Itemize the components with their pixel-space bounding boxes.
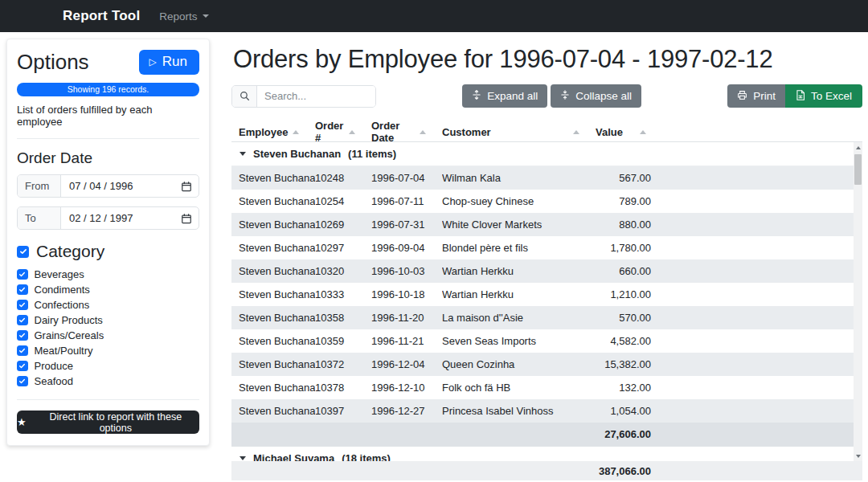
cell-employee: Steven Buchanan [239,288,315,300]
app-brand[interactable]: Report Tool [63,8,140,24]
print-button[interactable]: Print [727,84,785,108]
cell-employee: Steven Buchanan [239,242,315,254]
column-label: Order # [315,120,349,144]
divider [17,399,199,400]
cell-order-date: 1996-07-31 [371,219,442,231]
sort-arrow-icon[interactable] [349,130,355,134]
print-label: Print [753,90,776,102]
sort-arrow-icon[interactable] [573,130,579,134]
category-checkbox-item[interactable]: Confections [17,297,199,312]
nav-reports-menu[interactable]: Reports [159,10,208,22]
direct-link-label: Direct link to report with these options [32,411,199,434]
table-row[interactable]: Steven Buchanan 10254 1996-07-11 Chop-su… [231,190,854,213]
scrollbar-thumb[interactable] [854,154,862,185]
scroll-up-button[interactable] [854,142,862,153]
scroll-down-button[interactable] [854,451,862,461]
main-content: Orders by Employee for 1996-07-04 - 1997… [217,32,868,482]
cell-value: 570.00 [596,312,651,324]
category-checkbox-item[interactable]: Produce [17,358,199,374]
subtotal-value: 27,606.00 [596,428,651,440]
table-row[interactable]: Steven Buchanan 10397 1996-12-27 Princes… [231,399,854,423]
collapse-all-button[interactable]: Collapse all [551,84,641,108]
group-header-row[interactable]: Steven Buchanan (11 items) [231,142,854,166]
category-item-label: Confections [35,299,90,311]
table-row[interactable]: Steven Buchanan 10248 1996-07-04 Wilman … [231,166,854,190]
cell-employee: Steven Buchanan [239,219,315,231]
table-row[interactable]: Steven Buchanan 10269 1996-07-31 White C… [231,213,854,236]
category-checkbox-item[interactable]: Seafood [17,374,199,389]
checkbox-checked-icon[interactable] [17,315,28,326]
group-name: Michael Suyama [253,452,334,462]
caret-down-icon[interactable] [240,456,246,460]
date-to-value[interactable]: 02 / 12 / 1997 [61,207,181,229]
checkbox-checked-icon[interactable] [17,269,28,280]
search-group [231,85,376,108]
cell-customer: Folk och fä HB [442,382,596,394]
table-row[interactable]: Steven Buchanan 10358 1996-11-20 La mais… [231,306,854,329]
cell-customer: Wartian Herkku [442,265,596,277]
category-checkbox-item[interactable]: Dairy Products [17,312,199,328]
cell-employee: Steven Buchanan [239,405,315,417]
cell-value: 1,780.00 [596,242,651,254]
checkbox-checked-icon[interactable] [17,345,28,357]
table-row[interactable]: Steven Buchanan 10372 1996-12-04 Queen C… [231,353,854,376]
calendar-icon[interactable] [181,175,199,197]
nav-reports-label: Reports [159,10,197,22]
column-header-order[interactable]: Order # [315,120,371,144]
arrows-collapse-icon [560,90,570,102]
cell-value: 660.00 [596,265,651,277]
direct-link-button[interactable]: ★ Direct link to report with these optio… [17,411,199,434]
checkbox-checked-icon[interactable] [17,376,28,387]
date-from-field[interactable]: From 07 / 04 / 1996 [17,174,199,198]
expand-all-button[interactable]: Expand all [462,84,547,108]
to-excel-button[interactable]: To Excel [785,84,862,108]
table-row[interactable]: Steven Buchanan 10297 1996-09-04 Blondel… [231,236,854,259]
column-header-order-date[interactable]: Order Date [371,120,442,144]
cell-order-date: 1996-07-04 [371,172,442,184]
date-from-value[interactable]: 07 / 04 / 1996 [61,175,181,197]
table-row[interactable]: Steven Buchanan 10333 1996-10-18 Wartian… [231,283,854,306]
category-item-label: Produce [35,360,73,372]
category-checkbox-item[interactable]: Condiments [17,282,199,297]
table-row[interactable]: Steven Buchanan 10378 1996-12-10 Folk oc… [231,376,854,399]
table-row[interactable]: Steven Buchanan 10359 1996-11-21 Seven S… [231,329,854,353]
search-input[interactable] [257,86,375,107]
checkbox-checked-icon[interactable] [17,330,28,341]
cell-order-date: 1996-11-21 [371,335,442,347]
divider [17,138,199,139]
category-checkbox-item[interactable]: Beverages [17,267,199,282]
category-item-label: Condiments [35,284,90,296]
vertical-scrollbar[interactable] [854,142,862,461]
navbar: Report Tool Reports [0,0,868,32]
cell-customer: Blondel père et fils [442,242,596,254]
column-header-customer[interactable]: Customer [442,126,596,138]
grand-total-row: 387,066.00 [231,461,862,480]
sort-arrow-icon[interactable] [640,130,646,134]
date-to-field[interactable]: To 02 / 12 / 1997 [17,206,199,230]
group-header-row[interactable]: Michael Suyama (18 items) [231,446,854,461]
column-header-employee[interactable]: Employee [239,126,315,138]
cell-customer: Princesa Isabel Vinhoss [442,405,596,417]
category-checkbox-item[interactable]: Meat/Poultry [17,343,199,358]
caret-down-icon[interactable] [240,152,246,156]
sort-arrow-icon[interactable] [293,130,299,134]
category-all-checkbox[interactable] [17,246,29,258]
checkbox-checked-icon[interactable] [17,284,28,296]
cell-order-date: 1996-12-04 [371,358,442,370]
group-item-count: (18 items) [342,452,391,462]
chevron-down-icon [203,14,209,18]
category-checkbox-item[interactable]: Grains/Cereals [17,328,199,343]
cell-customer: Queen Cozinha [442,358,596,370]
cell-customer: La maison d''Asie [442,312,596,324]
sort-arrow-icon[interactable] [420,130,426,134]
run-button[interactable]: ▷ Run [139,50,199,75]
page-title: Orders by Employee for 1996-07-04 - 1997… [233,45,862,74]
cell-order-date: 1996-09-04 [371,242,442,254]
table-header: Employee Order # Order Date Customer Val… [231,120,862,142]
checkbox-checked-icon[interactable] [17,361,28,372]
column-header-value[interactable]: Value [596,126,651,138]
date-from-label: From [18,175,61,197]
calendar-icon[interactable] [181,207,199,229]
checkbox-checked-icon[interactable] [17,300,28,311]
table-row[interactable]: Steven Buchanan 10320 1996-10-03 Wartian… [231,259,854,283]
